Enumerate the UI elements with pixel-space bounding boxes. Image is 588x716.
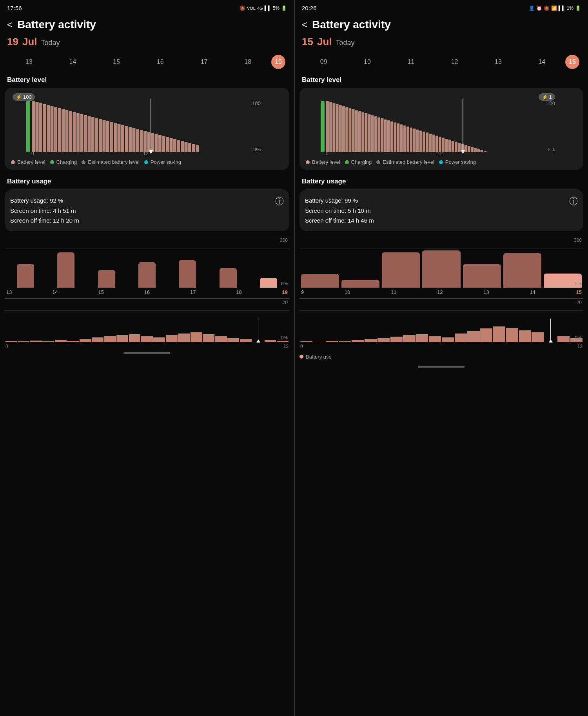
- svg-rect-30: [140, 130, 143, 152]
- svg-rect-59: [345, 107, 348, 152]
- svg-rect-24: [118, 124, 121, 152]
- svg-text:0%: 0%: [253, 147, 261, 152]
- back-button-left[interactable]: <: [7, 19, 13, 30]
- date-tab-18[interactable]: 18: [226, 58, 270, 65]
- svg-rect-31: [143, 131, 147, 152]
- legend-dot-powersave-left: [144, 160, 148, 164]
- date-tab-13[interactable]: 13: [7, 58, 51, 65]
- page-title-left: Battery activity: [17, 18, 96, 31]
- svg-rect-39: [173, 139, 176, 152]
- hourly-chart-right: 20: [299, 298, 583, 349]
- usage-card-right: Battery usage: 99 % Screen on time: 5 h …: [299, 189, 583, 231]
- svg-rect-29: [136, 129, 139, 152]
- svg-text:0: 0: [326, 151, 328, 156]
- svg-rect-36: [162, 136, 165, 152]
- usage-header-right: Battery usage: 99 % Screen on time: 5 h …: [305, 196, 578, 226]
- battery-chart-area-right: ⚡1 100 0% 0 12: [304, 93, 579, 156]
- svg-rect-21: [106, 121, 109, 152]
- hourly-y-max-right: 20: [577, 300, 582, 305]
- date-tab-12[interactable]: 12: [433, 58, 476, 65]
- svg-rect-9: [62, 109, 65, 152]
- svg-rect-90: [445, 139, 448, 152]
- svg-rect-60: [348, 108, 351, 152]
- svg-rect-3: [39, 103, 42, 152]
- battery-level-chart-left: ⚡100 // Generate bars inline via JS afte…: [5, 88, 289, 170]
- svg-rect-41: [181, 141, 184, 152]
- screen-off-left: Screen off time: 12 h 20 m: [10, 216, 79, 226]
- charging-badge-left: ⚡100: [13, 93, 35, 101]
- svg-rect-57: [339, 105, 342, 152]
- date-day-right: 15: [302, 36, 313, 48]
- weekly-bar-18: [209, 268, 247, 288]
- svg-text:0: 0: [31, 151, 34, 156]
- svg-rect-26: [125, 126, 128, 152]
- info-icon-right[interactable]: ⓘ: [569, 196, 578, 207]
- weekly-chart-right: 300 9: [299, 236, 583, 295]
- date-tab-11[interactable]: 11: [389, 58, 433, 65]
- svg-rect-22: [110, 122, 113, 152]
- svg-rect-71: [384, 120, 387, 152]
- svg-rect-101: [481, 150, 483, 152]
- legend-right: Battery level Charging Estimated battery…: [304, 156, 579, 166]
- scrollbar-right[interactable]: [418, 366, 465, 368]
- date-today-left: Today: [41, 39, 60, 47]
- date-tab-19-active[interactable]: 19: [271, 55, 285, 69]
- date-tab-17[interactable]: 17: [182, 58, 226, 65]
- svg-rect-63: [358, 111, 361, 152]
- svg-rect-15: [84, 115, 87, 152]
- svg-rect-92: [452, 141, 454, 152]
- svg-rect-68: [374, 116, 377, 152]
- legend-dot-estimated-left: [82, 160, 85, 164]
- svg-rect-99: [474, 148, 477, 152]
- date-tab-15-active[interactable]: 15: [565, 55, 579, 69]
- back-button-right[interactable]: <: [302, 19, 307, 30]
- svg-rect-56: [336, 104, 339, 152]
- svg-rect-61: [352, 109, 355, 152]
- svg-rect-2: [36, 102, 39, 152]
- svg-rect-35: [158, 135, 162, 152]
- date-tab-15[interactable]: 15: [94, 58, 138, 65]
- weekly-bar-r11: [382, 252, 420, 288]
- svg-rect-94: [458, 143, 461, 152]
- legend-dot-estimated-right: [376, 160, 380, 164]
- date-tab-09[interactable]: 09: [302, 58, 345, 65]
- date-tab-13r[interactable]: 13: [476, 58, 520, 65]
- usage-header-left: Battery usage: 92 % Screen on time: 4 h …: [10, 196, 284, 226]
- battery-chart-area-left: ⚡100 // Generate bars inline via JS afte…: [9, 93, 285, 156]
- weekly-bar-r10: [341, 280, 379, 288]
- weekly-bar-r14: [503, 253, 541, 288]
- time-left: 17:56: [7, 5, 22, 11]
- svg-rect-89: [442, 138, 445, 152]
- svg-rect-97: [468, 146, 470, 152]
- svg-rect-20: [103, 120, 106, 152]
- date-row-left: 19 Jul Today: [0, 34, 294, 53]
- battery-level-title-left: Battery level: [0, 73, 294, 86]
- svg-rect-52: [321, 101, 325, 152]
- status-bar-left: 17:56 🔕 VOL 4G ▌▌ 5% 🔋: [0, 0, 294, 15]
- svg-rect-34: [155, 134, 158, 152]
- date-tab-10[interactable]: 10: [345, 58, 389, 65]
- svg-rect-19: [99, 119, 102, 152]
- svg-rect-72: [387, 120, 390, 152]
- svg-rect-16: [88, 116, 91, 152]
- svg-rect-44: [192, 144, 195, 152]
- date-tab-14r[interactable]: 14: [520, 58, 564, 65]
- svg-rect-100: [477, 149, 480, 152]
- svg-rect-11: [69, 111, 72, 152]
- svg-rect-12: [73, 112, 76, 152]
- svg-rect-8: [58, 108, 61, 152]
- date-tab-16[interactable]: 16: [138, 58, 182, 65]
- svg-rect-45: [196, 145, 199, 152]
- svg-rect-7: [54, 107, 57, 152]
- header-right: < Battery activity: [295, 15, 588, 34]
- hourly-x-labels-right: 0 12: [299, 342, 583, 349]
- svg-rect-81: [416, 130, 419, 152]
- weekly-labels-left: 13 14 15 16 17 18 19: [5, 288, 289, 295]
- scrollbar-left[interactable]: [123, 352, 171, 354]
- date-tab-14[interactable]: 14: [51, 58, 95, 65]
- legend-dot-charging-left: [50, 160, 54, 164]
- info-icon-left[interactable]: ⓘ: [275, 196, 284, 207]
- date-today-right: Today: [336, 39, 355, 47]
- svg-rect-82: [419, 131, 422, 152]
- svg-rect-17: [91, 117, 94, 152]
